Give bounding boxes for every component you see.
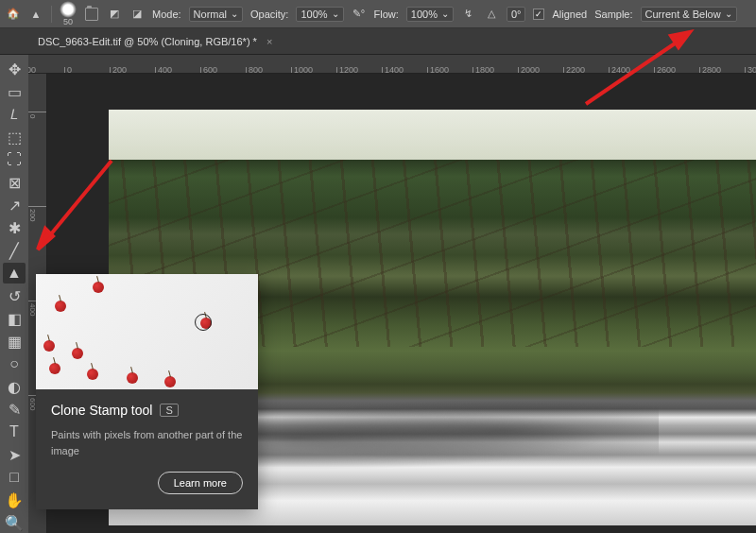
mode-dropdown[interactable]: Normal: [189, 7, 243, 22]
tool-tooltip: Clone Stamp tool S Paints with pixels fr…: [36, 274, 258, 509]
opacity-label: Opacity:: [250, 9, 288, 20]
ruler-tick: 1800: [472, 67, 494, 73]
tool-pen[interactable]: ✎: [3, 399, 26, 420]
brush-preview[interactable]: 50: [60, 1, 77, 26]
tool-object-select[interactable]: ⬚: [3, 127, 26, 147]
ruler-tick: 0: [64, 67, 72, 73]
options-bar: 🏠 ▲ 50 ◩ ◪ Mode: Normal Opacity: 100% ✎°…: [0, 0, 756, 28]
mode-label: Mode:: [152, 9, 181, 20]
ruler-tick: 200: [110, 67, 127, 73]
opacity-pressure-icon[interactable]: ✎°: [352, 7, 367, 22]
angle-input[interactable]: 0°: [507, 7, 526, 22]
angle-icon: △: [484, 7, 499, 22]
ruler-tick: 600: [200, 67, 217, 73]
tool-healing[interactable]: ✱: [3, 217, 26, 238]
tooltip-title: Clone Stamp tool: [51, 403, 152, 418]
tool-shape[interactable]: □: [3, 467, 26, 488]
learn-more-button[interactable]: Learn more: [158, 472, 243, 494]
svg-line-2: [586, 40, 680, 104]
ruler-tick: 1600: [427, 67, 449, 73]
ruler-tick: 2000: [518, 67, 540, 73]
tool-history-brush[interactable]: ↺: [3, 285, 26, 306]
opacity-input[interactable]: 100%: [296, 7, 343, 22]
annotation-arrow-right: [576, 28, 699, 113]
airbrush-icon[interactable]: ↯: [461, 7, 476, 22]
svg-marker-1: [38, 229, 53, 249]
tool-hand[interactable]: ✋: [3, 490, 26, 510]
flow-label: Flow:: [374, 9, 399, 20]
tool-gradient[interactable]: ▦: [3, 331, 26, 352]
tool-clone-stamp[interactable]: ▲: [3, 263, 26, 284]
ruler-tick: 800: [246, 67, 263, 73]
home-icon[interactable]: 🏠: [6, 7, 21, 22]
tool-eyedropper[interactable]: ↗: [3, 195, 26, 215]
ruler-tick: 400: [155, 67, 172, 73]
ruler-tick: 0: [28, 112, 46, 118]
aligned-label: Aligned: [552, 9, 587, 20]
tool-crop[interactable]: ⛶: [3, 149, 26, 170]
tool-move[interactable]: ✥: [3, 59, 26, 79]
tool-blur[interactable]: ○: [3, 353, 26, 374]
brush-toggle-icon[interactable]: ◪: [129, 7, 145, 22]
flow-input[interactable]: 100%: [406, 7, 454, 22]
brush-panel-icon[interactable]: [84, 7, 99, 22]
tool-preset-icon[interactable]: ▲: [28, 7, 43, 22]
tools-panel: ✥▭𝘓⬚⛶⊠↗✱╱▲↺◧▦○◐✎T➤□✋🔍: [0, 55, 28, 533]
brush-settings-icon[interactable]: ◩: [107, 7, 122, 22]
close-tab-icon[interactable]: ×: [266, 36, 272, 47]
aligned-checkbox[interactable]: ✓: [533, 9, 544, 20]
tooltip-description: Paints with pixels from another part of …: [51, 427, 243, 458]
tool-frame[interactable]: ⊠: [3, 172, 26, 193]
tool-marquee[interactable]: ▭: [3, 81, 26, 102]
tool-brush[interactable]: ╱: [3, 240, 26, 261]
annotation-arrow-left: [36, 151, 130, 255]
ruler-tick: 2800: [699, 67, 721, 73]
tool-path-select[interactable]: ➤: [3, 444, 26, 465]
tool-zoom[interactable]: 🔍: [3, 512, 26, 533]
ruler-tick: 1200: [336, 67, 358, 73]
sample-dropdown[interactable]: Current & Below: [641, 7, 737, 22]
tool-dodge[interactable]: ◐: [3, 376, 26, 397]
svg-line-0: [45, 161, 112, 241]
tooltip-shortcut: S: [160, 404, 178, 417]
ruler-tick: 200: [28, 67, 36, 73]
tooltip-preview: [36, 274, 258, 389]
sample-label: Sample:: [594, 9, 632, 20]
tool-type[interactable]: T: [3, 421, 26, 442]
tool-eraser[interactable]: ◧: [3, 308, 26, 329]
ruler-tick: 1000: [291, 67, 313, 73]
tool-lasso[interactable]: 𝘓: [3, 104, 26, 125]
document-tab[interactable]: DSC_9663-Edit.tif @ 50% (Cloning, RGB/16…: [38, 36, 257, 47]
ruler-tick: 1400: [382, 67, 404, 73]
clone-cursor-icon: [195, 314, 212, 331]
ruler-tick: 3000: [745, 67, 756, 73]
